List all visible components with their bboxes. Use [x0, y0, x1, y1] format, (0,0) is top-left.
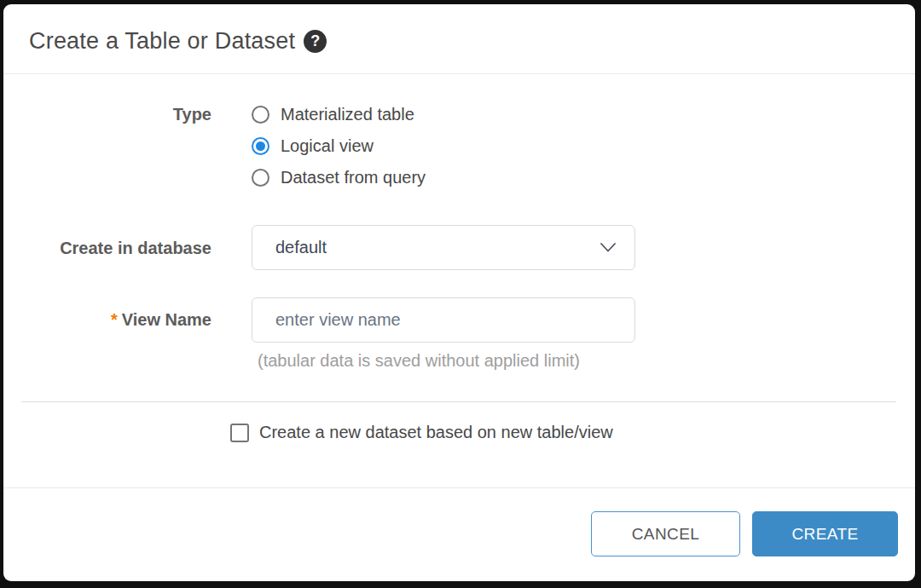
view-name-label-text: View Name	[122, 310, 211, 329]
chevron-down-icon	[600, 243, 616, 252]
view-name-field-row: *View Name (tabular data is saved withou…	[3, 297, 915, 371]
type-label: Type	[3, 102, 211, 197]
page-title: Create a Table or Dataset	[29, 28, 295, 55]
radio-label: Dataset from query	[281, 168, 426, 187]
required-asterisk: *	[111, 310, 118, 329]
modal-footer: CANCEL CREATE	[3, 487, 915, 581]
radio-dataset-from-query[interactable]: Dataset from query	[252, 165, 426, 190]
view-name-input[interactable]	[252, 297, 635, 343]
create-dataset-checkbox-label: Create a new dataset based on new table/…	[259, 423, 613, 442]
create-dataset-checkbox-row[interactable]: Create a new dataset based on new table/…	[230, 423, 915, 442]
create-table-dataset-modal: Create a Table or Dataset ? Type Materia…	[3, 4, 915, 581]
database-select-value: default	[275, 238, 600, 257]
modal-body: Type Materialized table Logical view Dat…	[3, 74, 915, 487]
view-name-hint: (tabular data is saved without applied l…	[258, 351, 635, 371]
database-field-row: Create in database default	[3, 225, 915, 270]
view-name-label: *View Name	[3, 297, 211, 371]
type-field-row: Type Materialized table Logical view Dat…	[3, 102, 915, 197]
section-divider	[21, 401, 896, 402]
database-select[interactable]: default	[252, 225, 635, 270]
cancel-button[interactable]: CANCEL	[591, 511, 740, 556]
radio-logical-view[interactable]: Logical view	[252, 134, 426, 159]
create-button[interactable]: CREATE	[752, 511, 898, 556]
help-icon[interactable]: ?	[304, 30, 327, 53]
modal-header: Create a Table or Dataset ?	[3, 4, 915, 74]
type-radio-group: Materialized table Logical view Dataset …	[252, 102, 426, 197]
radio-label: Logical view	[281, 136, 374, 156]
radio-unselected-icon[interactable]	[252, 106, 269, 124]
radio-label: Materialized table	[281, 105, 414, 124]
radio-unselected-icon[interactable]	[252, 169, 269, 187]
checkbox-unchecked-icon[interactable]	[230, 424, 249, 442]
radio-materialized-table[interactable]: Materialized table	[252, 102, 426, 127]
radio-selected-icon[interactable]	[252, 137, 269, 155]
database-label: Create in database	[3, 226, 211, 270]
